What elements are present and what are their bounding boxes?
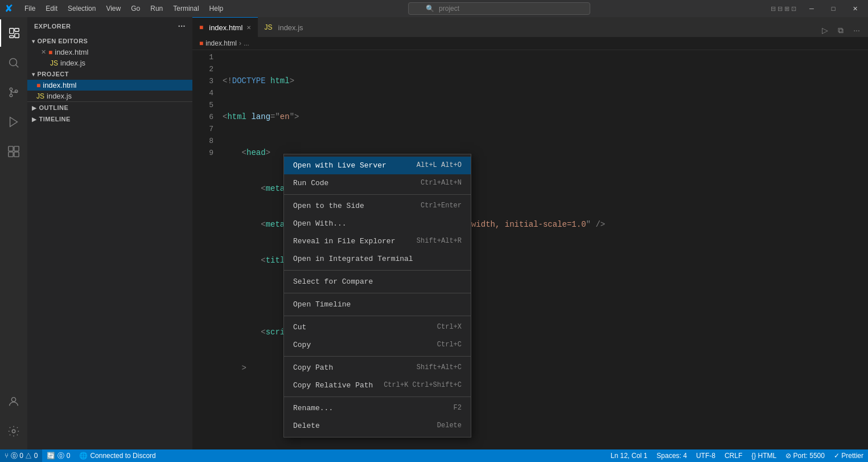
- project-section[interactable]: ▾ PROJECT: [27, 68, 192, 80]
- close-editor-html-button[interactable]: ✕: [41, 48, 46, 56]
- outline-label: OUTLINE: [39, 104, 69, 111]
- discord-status-item[interactable]: 🌐 Connected to Discord: [75, 449, 160, 462]
- ctx-cut[interactable]: Cut Ctrl+X: [284, 318, 471, 336]
- minimize-button[interactable]: ─: [803, 3, 820, 14]
- encoding-item[interactable]: UTF-8: [692, 449, 720, 462]
- git-status-item[interactable]: ⑂ ⓪ 0 △ 0: [0, 449, 42, 462]
- ctx-delete-shortcut: Delete: [437, 420, 462, 432]
- ctx-open-live-server[interactable]: Open with Live Server Alt+L Alt+O: [284, 157, 471, 174]
- line-ending-item[interactable]: CRLF: [720, 449, 747, 462]
- svg-rect-13: [14, 152, 19, 157]
- svg-rect-11: [14, 146, 19, 151]
- open-editor-index-html[interactable]: ✕ ■ index.html: [27, 47, 192, 58]
- search-box[interactable]: 🔍 project: [408, 2, 590, 15]
- git-sync-item[interactable]: 🔄 ⓪ 0: [42, 449, 75, 462]
- ctx-copy-path[interactable]: Copy Path Shift+Alt+C: [284, 359, 471, 377]
- selection-menu[interactable]: Selection: [63, 2, 100, 15]
- status-bar: ⑂ ⓪ 0 △ 0 🔄 ⓪ 0 🌐 Connected to Discord L…: [0, 449, 868, 462]
- language-item[interactable]: {} HTML: [747, 449, 781, 462]
- activity-bar: [0, 17, 27, 449]
- git-errors: ⓪ 0 △ 0: [11, 451, 38, 461]
- editor-area: ■ index.html ✕ JS index.js ▷ ⧉ ··· ■ ind…: [192, 17, 868, 449]
- run-button[interactable]: ▷: [818, 23, 832, 37]
- breadcrumb-filename: index.html: [205, 39, 237, 47]
- ctx-copy-path-shortcut: Shift+Alt+C: [417, 362, 462, 374]
- explorer-title: EXPLORER: [34, 23, 71, 30]
- ctx-select-compare-label: Select for Compare: [293, 276, 373, 288]
- maximize-button[interactable]: □: [825, 3, 842, 14]
- account-activity-icon[interactable]: [0, 388, 27, 415]
- source-control-activity-icon[interactable]: [0, 79, 27, 106]
- help-menu[interactable]: Help: [205, 2, 228, 15]
- ctx-delete[interactable]: Delete Delete: [284, 417, 471, 435]
- search-activity-icon[interactable]: [0, 49, 27, 76]
- view-menu[interactable]: View: [101, 2, 125, 15]
- ctx-reveal-explorer[interactable]: Reveal in File Explorer Shift+Alt+R: [284, 232, 471, 250]
- code-line-1: <!DOCTYPE html>: [223, 75, 868, 87]
- svg-rect-10: [9, 146, 13, 151]
- ctx-open-with[interactable]: Open With...: [284, 215, 471, 232]
- ctx-select-compare[interactable]: Select for Compare: [284, 273, 471, 291]
- ctx-copy-relative-path[interactable]: Copy Relative Path Ctrl+K Ctrl+Shift+C: [284, 377, 471, 394]
- spaces-item[interactable]: Spaces: 4: [652, 449, 692, 462]
- run-menu[interactable]: Run: [146, 2, 167, 15]
- prettier-item[interactable]: ✓ Prettier: [829, 449, 868, 462]
- search-text: project: [439, 5, 459, 13]
- settings-activity-icon[interactable]: [0, 418, 27, 445]
- run-debug-activity-icon[interactable]: [0, 108, 27, 136]
- tab-index-html[interactable]: ■ index.html ✕: [192, 17, 258, 37]
- tab-index-js[interactable]: JS index.js: [258, 17, 315, 37]
- timeline-section[interactable]: ▶ TIMELINE: [27, 113, 192, 125]
- ctx-rename[interactable]: Rename... F2: [284, 399, 471, 417]
- sidebar-more-button[interactable]: ···: [178, 22, 186, 31]
- ctx-copy[interactable]: Copy Ctrl+C: [284, 336, 471, 354]
- go-menu[interactable]: Go: [126, 2, 145, 15]
- outline-section[interactable]: ▶ OUTLINE: [27, 102, 192, 113]
- tab-html-close-button[interactable]: ✕: [246, 24, 251, 31]
- ctx-open-timeline[interactable]: Open Timeline: [284, 296, 471, 313]
- line-col-item[interactable]: Ln 12, Col 1: [606, 449, 652, 462]
- more-actions-button[interactable]: ···: [850, 23, 863, 37]
- ctx-sep-2: [284, 270, 471, 271]
- ctx-copy-shortcut: Ctrl+C: [437, 339, 462, 351]
- explorer-activity-icon[interactable]: [0, 19, 27, 47]
- open-editors-section[interactable]: ▾ OPEN EDITORS: [27, 35, 192, 47]
- code-editor[interactable]: 1 2 3 4 5 6 7 8 9 <!DOCTYPE html> <html …: [192, 50, 868, 449]
- ctx-run-code[interactable]: Run Code Ctrl+Alt+N: [284, 174, 471, 192]
- context-menu: Open with Live Server Alt+L Alt+O Run Co…: [283, 154, 471, 438]
- port-item[interactable]: ⊘ Port: 5500: [781, 449, 829, 462]
- terminal-menu[interactable]: Terminal: [168, 2, 203, 15]
- project-index-js[interactable]: JS index.js: [27, 91, 192, 101]
- ctx-run-code-label: Run Code: [293, 177, 328, 189]
- ctx-open-side[interactable]: Open to the Side Ctrl+Enter: [284, 197, 471, 215]
- project-label: PROJECT: [38, 71, 69, 77]
- sidebar-header: EXPLORER ···: [27, 17, 192, 35]
- status-bar-right: Ln 12, Col 1 Spaces: 4 UTF-8 CRLF {} HTM…: [606, 449, 868, 462]
- close-button[interactable]: ✕: [846, 3, 863, 14]
- open-editor-index-js[interactable]: JS index.js: [27, 58, 192, 68]
- project-html-name: index.html: [43, 81, 76, 89]
- tab-bar: ■ index.html ✕ JS index.js ▷ ⧉ ···: [192, 17, 868, 37]
- ctx-open-live-server-shortcut: Alt+L Alt+O: [417, 160, 462, 171]
- search-area: 🔍 project: [232, 2, 766, 15]
- svg-point-14: [11, 398, 15, 402]
- ctx-cut-label: Cut: [293, 321, 306, 333]
- ctx-reveal-explorer-shortcut: Shift+Alt+R: [417, 235, 462, 247]
- edit-menu[interactable]: Edit: [41, 2, 62, 15]
- split-editor-button[interactable]: ⧉: [834, 23, 848, 37]
- line-number-2: 2: [192, 63, 213, 75]
- ctx-copy-path-label: Copy Path: [293, 362, 333, 374]
- file-menu[interactable]: File: [20, 2, 40, 15]
- line-number-4: 4: [192, 87, 213, 99]
- breadcrumb-path: ...: [244, 39, 249, 47]
- extensions-activity-icon[interactable]: [0, 138, 27, 165]
- svg-rect-12: [9, 152, 13, 157]
- project-index-html[interactable]: ■ index.html: [27, 80, 192, 91]
- ctx-open-terminal[interactable]: Open in Integrated Terminal: [284, 250, 471, 268]
- svg-rect-3: [10, 36, 14, 38]
- ctx-open-side-label: Open to the Side: [293, 200, 364, 212]
- ctx-sep-4: [284, 316, 471, 316]
- ctx-open-terminal-label: Open in Integrated Terminal: [293, 253, 413, 265]
- code-line-2: <html lang="en">: [223, 111, 868, 123]
- breadcrumb-html-icon: ■: [199, 39, 203, 47]
